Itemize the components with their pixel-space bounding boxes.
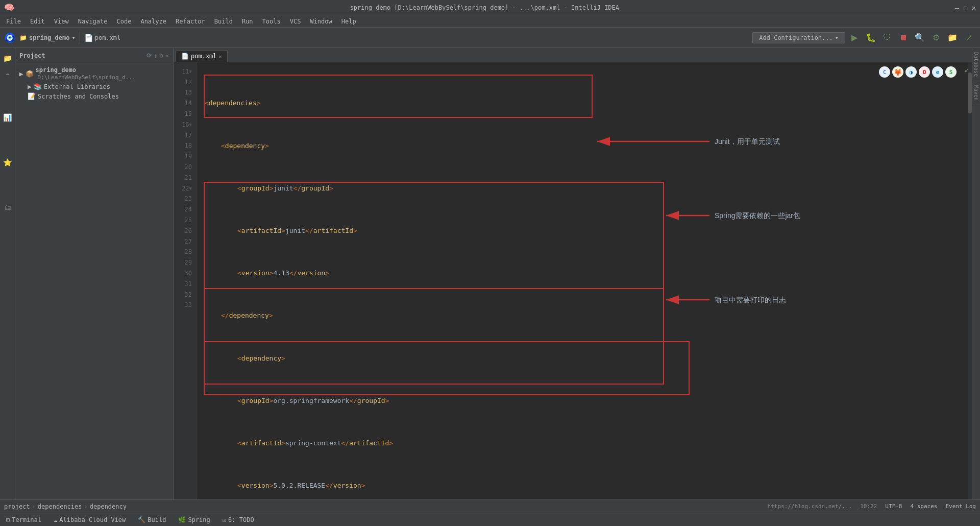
menu-item-run[interactable]: Run <box>238 17 257 26</box>
breadcrumb-dependencies[interactable]: dependencies <box>38 503 82 510</box>
minimize-button[interactable]: — <box>955 4 959 12</box>
settings-icon[interactable]: ⚙ <box>160 52 163 59</box>
database-label[interactable]: Database <box>972 48 980 81</box>
line-num-26: 26 <box>174 226 196 236</box>
spring-icon: 🌿 <box>178 516 186 523</box>
build-button[interactable]: 🔨 Build <box>136 515 168 524</box>
code-line-12: <dependency> <box>205 141 972 152</box>
scratches-label: Scratches and Consoles <box>38 93 119 100</box>
run-button[interactable]: ▶ <box>847 31 862 45</box>
tree-item-scratches[interactable]: 📝 Scratches and Consoles <box>15 91 173 101</box>
sync-icon[interactable]: ⟳ <box>146 52 152 59</box>
toolbar-separator-1 <box>80 32 80 44</box>
menu-item-file[interactable]: File <box>2 17 25 26</box>
scrollbar-thumb[interactable] <box>968 73 972 113</box>
file-icon: 📄 <box>84 34 93 42</box>
toolbar: 🧿 📁 spring_demo ▾ 📄 pom.xml Add Configur… <box>0 28 980 48</box>
code-line-20: <version>5.0.2.RELEASE</version> <box>205 481 972 491</box>
sort-icon[interactable]: ↕ <box>154 52 157 59</box>
tab-close-icon[interactable]: ✕ <box>219 54 222 59</box>
menu-item-edit[interactable]: Edit <box>26 17 49 26</box>
event-log-link[interactable]: Event Log <box>945 503 976 510</box>
code-line-18: <groupId>org.springframework</groupId> <box>205 396 972 407</box>
config-label: Add Configuration... <box>759 34 833 41</box>
project-tree: ▶ 📦 spring_demo D:\LearnWebBySelf\spring… <box>15 63 173 499</box>
sidebar-structure-icon[interactable]: 📊 <box>2 111 14 124</box>
code-lines[interactable]: <dependencies> <dependency> <groupId>jun… <box>197 62 972 499</box>
sidebar-zstructure-icon[interactable]: 🗂 <box>2 201 14 213</box>
menu-item-navigate[interactable]: Navigate <box>74 17 112 26</box>
root-folder-icon: 📦 <box>26 70 34 78</box>
coverage-button[interactable]: 🛡 <box>880 31 894 45</box>
line-num-29: 29 <box>174 257 196 268</box>
maven-label[interactable]: Maven <box>972 81 980 105</box>
tree-item-root[interactable]: ▶ 📦 spring_demo D:\LearnWebBySelf\spring… <box>15 65 173 82</box>
menu-item-code[interactable]: Code <box>113 17 136 26</box>
line-num-25: 25 <box>174 215 196 226</box>
external-libraries-label: External Libraries <box>44 83 110 90</box>
maximize-button[interactable]: ☐ <box>963 4 967 12</box>
status-time: 10:22 <box>860 503 877 510</box>
tab-bar: 📄 pom.xml ✕ <box>174 48 972 62</box>
code-line-16: </dependency> <box>205 310 972 321</box>
close-panel-icon[interactable]: ✕ <box>165 52 169 59</box>
menu-item-analyze[interactable]: Analyze <box>136 17 170 26</box>
menu-item-help[interactable]: Help <box>337 17 360 26</box>
code-line-14: <artifactId>junit</artifactId> <box>205 226 972 236</box>
sidebar-project-icon[interactable]: 📁 <box>2 52 14 64</box>
search-toolbar-button[interactable]: 🔍 <box>913 31 927 45</box>
edge-icon[interactable]: ◑ <box>905 66 917 78</box>
alibaba-cloud-button[interactable]: ☁ Alibaba Cloud View <box>52 515 128 524</box>
line-num-23: 23 <box>174 194 196 205</box>
close-button[interactable]: ✕ <box>972 4 976 12</box>
tab-file-icon: 📄 <box>181 53 189 60</box>
tree-item-external[interactable]: ▶ 📚 External Libraries <box>15 82 173 91</box>
stop-button[interactable]: ⏹ <box>896 31 911 45</box>
terminal-button[interactable]: ⊡ Terminal <box>4 515 43 524</box>
status-indent[interactable]: 4 spaces <box>910 503 937 510</box>
code-content: 11 ▼ 12 13 14 15 16 ▼ 17 18 19 20 21 22 … <box>174 62 972 499</box>
folder-toolbar-button[interactable]: 📁 <box>945 31 960 45</box>
status-url: https://blog.csdn.net/... <box>768 503 852 510</box>
opera-icon[interactable]: O <box>919 66 930 78</box>
add-config-button[interactable]: Add Configuration... ▾ <box>752 32 845 43</box>
menu-item-refactor[interactable]: Refactor <box>172 17 209 26</box>
breadcrumb-dependency[interactable]: dependency <box>90 503 127 510</box>
menu-item-build[interactable]: Build <box>210 17 237 26</box>
ext-folder-icon: 📚 <box>34 83 42 90</box>
status-encoding[interactable]: UTF-8 <box>885 503 902 510</box>
line-num-20: 20 <box>174 162 196 173</box>
line-num-27: 27 <box>174 236 196 247</box>
todo-icon: ☑ <box>223 516 226 523</box>
window-controls[interactable]: — ☐ ✕ <box>955 4 976 12</box>
code-editor[interactable]: 📄 pom.xml ✕ 11 ▼ 12 13 14 15 16 ▼ 17 18 … <box>174 48 972 499</box>
ie-icon[interactable]: e <box>932 66 943 78</box>
chrome-icon[interactable]: C <box>879 66 890 78</box>
expand-button[interactable]: ⤢ <box>962 31 976 45</box>
breadcrumb-bar: project › dependencies › dependency http… <box>0 499 980 513</box>
todo-button[interactable]: ☑ 6: TODO <box>220 515 256 524</box>
todo-label: 6: TODO <box>228 516 254 523</box>
menu-item-window[interactable]: Window <box>306 17 336 26</box>
breadcrumb-project[interactable]: project <box>4 503 30 510</box>
sidebar-favorites-icon[interactable]: ⭐ <box>2 156 14 169</box>
firefox-icon[interactable]: 🦊 <box>892 66 903 78</box>
menu-item-view[interactable]: View <box>50 17 73 26</box>
line-num-32: 32 <box>174 290 196 300</box>
window-title: spring_demo [D:\LearnWebBySelf\spring_de… <box>14 4 955 11</box>
panel-header-icons: ⟳ ↕ ⚙ ✕ <box>146 52 169 59</box>
line-num-33: 33 <box>174 300 196 311</box>
settings-toolbar-button[interactable]: ⚙ <box>929 31 943 45</box>
vertical-scrollbar[interactable] <box>968 62 972 499</box>
tab-pom-xml[interactable]: 📄 pom.xml ✕ <box>176 50 228 62</box>
line-num-28: 28 <box>174 247 196 258</box>
menu-item-vcs[interactable]: VCS <box>286 17 305 26</box>
spring-button[interactable]: 🌿 Spring <box>176 515 212 524</box>
project-selector[interactable]: 📁 spring_demo ▾ <box>19 34 76 41</box>
sidebar-cloud-icon[interactable]: ☁ <box>2 66 14 79</box>
line-num-18: 18 <box>174 141 196 152</box>
menu-item-tools[interactable]: Tools <box>258 17 285 26</box>
ext-expand-icon: ▶ <box>28 83 32 90</box>
debug-button[interactable]: 🐛 <box>864 31 878 45</box>
safari-icon[interactable]: S <box>945 66 957 78</box>
